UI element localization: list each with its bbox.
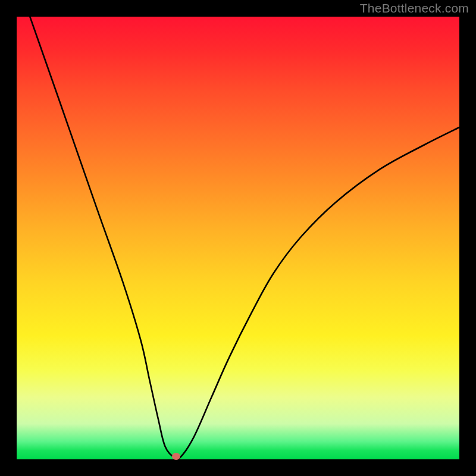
- watermark-text: TheBottleneck.com: [360, 1, 469, 15]
- chart-frame: TheBottleneck.com: [0, 0, 476, 476]
- optimal-point-marker: [172, 453, 180, 460]
- curve-svg: [17, 17, 459, 459]
- plot-area: [17, 17, 459, 459]
- bottleneck-curve: [30, 17, 459, 459]
